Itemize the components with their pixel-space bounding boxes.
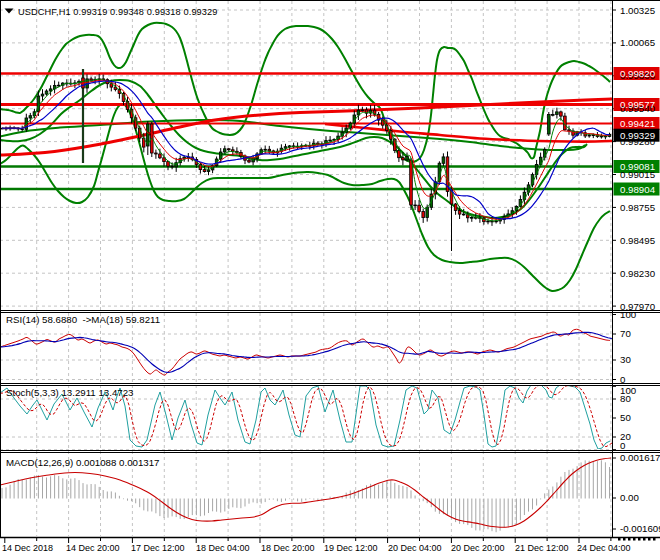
svg-text:USDCHF,H1 0.99319 0.99348 0.99: USDCHF,H1 0.99319 0.99348 0.99318 0.9932… xyxy=(18,7,218,17)
svg-text:70: 70 xyxy=(620,328,631,339)
svg-text:30: 30 xyxy=(620,354,631,365)
svg-text:0.99081: 0.99081 xyxy=(620,161,655,172)
svg-text:MACD(12,26,9) 0.001088 0.00131: MACD(12,26,9) 0.001088 0.001317 xyxy=(6,457,160,468)
svg-text:0.99329: 0.99329 xyxy=(620,130,655,141)
svg-text:0.98904: 0.98904 xyxy=(620,184,656,195)
svg-text:0.00: 0.00 xyxy=(620,492,639,503)
svg-text:0: 0 xyxy=(620,374,626,385)
svg-text:-0.001609: -0.001609 xyxy=(620,523,660,534)
svg-text:0.99820: 0.99820 xyxy=(620,68,656,79)
svg-text:24 Dec 04:00: 24 Dec 04:00 xyxy=(577,543,631,553)
svg-text:80: 80 xyxy=(620,393,631,404)
svg-text:0: 0 xyxy=(620,440,626,451)
svg-text:0.99577: 0.99577 xyxy=(620,99,655,110)
svg-text:100: 100 xyxy=(620,309,637,320)
svg-text:0.99421: 0.99421 xyxy=(620,118,655,129)
svg-text:50: 50 xyxy=(620,412,631,423)
svg-text:14 Dec 2018: 14 Dec 2018 xyxy=(2,543,53,553)
svg-text:14 Dec 20:00: 14 Dec 20:00 xyxy=(66,543,120,553)
svg-text:21 Dec 12:00: 21 Dec 12:00 xyxy=(515,543,569,553)
svg-text:1.00325: 1.00325 xyxy=(620,5,655,16)
svg-text:20 Dec 04:00: 20 Dec 04:00 xyxy=(388,543,442,553)
svg-text:0.98230: 0.98230 xyxy=(620,268,656,279)
svg-text:1.00065: 1.00065 xyxy=(620,37,655,48)
svg-text:0.98495: 0.98495 xyxy=(620,235,655,246)
svg-text:RSI(14) 58.6880 ->MA(18) 59.8: RSI(14) 58.6880 ->MA(18) 59.8211 xyxy=(6,314,160,325)
svg-text:Stoch(5,3,3) 13.2911 13.4723: Stoch(5,3,3) 13.2911 13.4723 xyxy=(6,387,133,398)
svg-text:20 Dec 20:00: 20 Dec 20:00 xyxy=(451,543,505,553)
svg-text:17 Dec 12:00: 17 Dec 12:00 xyxy=(131,543,185,553)
svg-text:19 Dec 12:00: 19 Dec 12:00 xyxy=(324,543,378,553)
svg-text:18 Dec 20:00: 18 Dec 20:00 xyxy=(261,543,315,553)
svg-text:18 Dec 04:00: 18 Dec 04:00 xyxy=(196,543,250,553)
svg-text:0.98755: 0.98755 xyxy=(620,202,655,213)
svg-text:0.001617: 0.001617 xyxy=(620,452,660,463)
